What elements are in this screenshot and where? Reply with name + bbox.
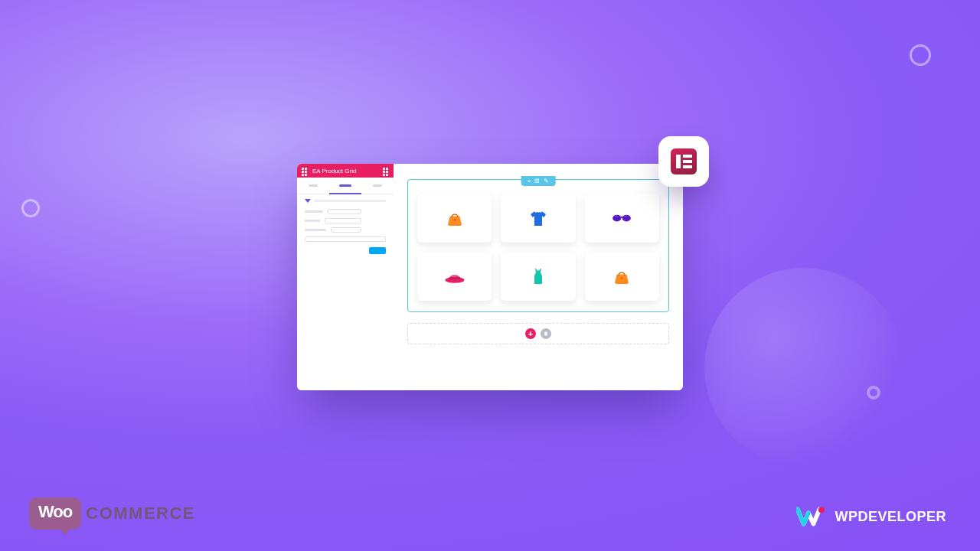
tab-style[interactable] xyxy=(329,178,361,194)
widget-panel: EA Product Grid xyxy=(297,164,394,390)
elementor-icon xyxy=(671,148,697,174)
add-section-placeholder[interactable]: + xyxy=(407,323,669,344)
field-input[interactable] xyxy=(305,236,386,242)
decor-ring xyxy=(21,199,40,217)
field-label xyxy=(305,210,323,213)
section-controls[interactable]: × ⊞ ✎ xyxy=(521,176,556,186)
handbag-icon xyxy=(610,265,633,288)
field-label xyxy=(305,229,326,231)
drag-grip-icon[interactable] xyxy=(302,168,308,174)
form-row xyxy=(305,227,386,233)
wpdeveloper-icon xyxy=(796,505,827,528)
hat-icon xyxy=(443,265,466,288)
decor-blob xyxy=(704,268,903,467)
menu-grip-icon[interactable] xyxy=(383,168,389,174)
product-card-sunglasses[interactable] xyxy=(585,194,659,243)
handbag-icon xyxy=(443,207,466,230)
product-card-tank-top[interactable] xyxy=(501,252,575,301)
edit-icon[interactable]: ✎ xyxy=(544,178,549,184)
form-row xyxy=(305,218,386,223)
grid-icon[interactable]: ⊞ xyxy=(534,178,540,184)
editor-window: EA Product Grid × ⊞ ✎ xyxy=(297,164,683,390)
editor-canvas[interactable]: × ⊞ ✎ xyxy=(394,164,683,390)
tab-advanced[interactable] xyxy=(361,178,394,194)
woocommerce-logo: Woo COMMERCE xyxy=(29,497,195,530)
tshirt-icon xyxy=(527,207,550,230)
wpdeveloper-logo: WPDEVELOPER xyxy=(796,505,946,528)
chevron-down-icon xyxy=(305,199,311,203)
field-input[interactable] xyxy=(331,227,361,233)
panel-form xyxy=(297,204,394,259)
svg-point-5 xyxy=(621,277,623,279)
field-input[interactable] xyxy=(325,218,361,223)
form-row xyxy=(305,209,386,214)
panel-tabs xyxy=(297,178,394,194)
section-label xyxy=(314,200,386,202)
product-card-handbag[interactable] xyxy=(417,194,492,243)
svg-point-6 xyxy=(818,507,825,513)
woo-text: COMMERCE xyxy=(86,504,195,523)
panel-title: EA Product Grid xyxy=(312,168,378,174)
field-input[interactable] xyxy=(328,209,361,214)
product-card-hat[interactable] xyxy=(417,252,492,301)
product-card-tshirt[interactable] xyxy=(501,194,575,243)
panel-header[interactable]: EA Product Grid xyxy=(297,164,394,178)
close-icon[interactable]: × xyxy=(528,178,531,184)
panel-section-toggle[interactable] xyxy=(297,194,394,204)
product-grid-section[interactable] xyxy=(407,179,669,312)
woo-bubble: Woo xyxy=(29,497,81,530)
svg-rect-4 xyxy=(449,277,460,279)
decor-ring xyxy=(910,44,931,66)
field-label xyxy=(305,220,320,222)
tank-top-icon xyxy=(527,265,550,288)
sunglasses-icon xyxy=(610,207,633,230)
tab-content[interactable] xyxy=(297,178,329,194)
elementor-badge xyxy=(658,136,709,187)
wpdeveloper-text: WPDEVELOPER xyxy=(835,509,946,525)
add-template-button[interactable] xyxy=(541,328,551,339)
svg-point-0 xyxy=(453,219,456,221)
product-card-handbag[interactable] xyxy=(585,252,659,301)
add-section-button[interactable]: + xyxy=(525,328,536,339)
product-grid xyxy=(417,194,659,301)
submit-button[interactable] xyxy=(369,247,386,254)
form-row xyxy=(305,236,386,242)
